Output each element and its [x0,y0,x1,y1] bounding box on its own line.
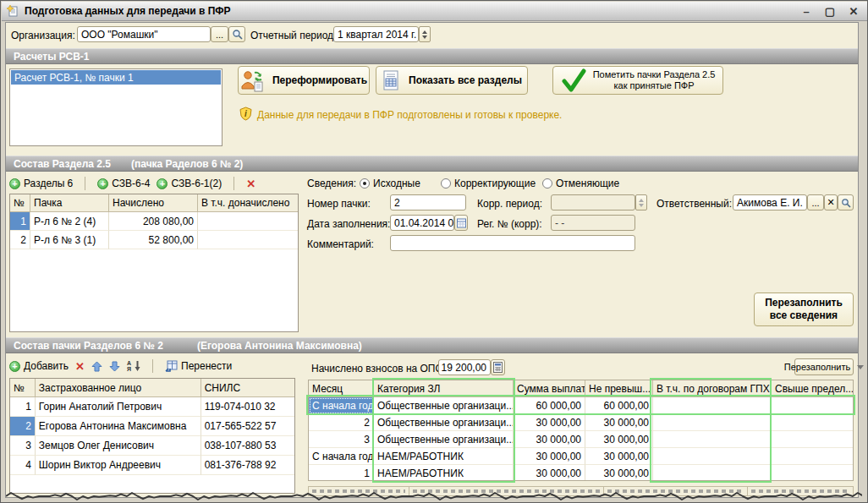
col-header[interactable]: Застрахованное лицо [36,379,201,397]
responsible-more-button[interactable]: ... [807,194,824,210]
person-name-cell[interactable]: Егорова Антонина Максимовна [36,417,201,436]
mark-accepted-button[interactable]: Пометить пачки Раздела 2.5как принятые П… [552,66,723,95]
person-row[interactable]: 4 Шорин Виктор Андреевич 081-376-788 92 [10,456,294,475]
extra-cell[interactable] [198,231,298,249]
refill-all-button[interactable]: Перезаполнитьвсе сведения [754,293,854,326]
radio-otmenyayushchie[interactable] [542,178,552,189]
add-razdely6-button[interactable]: +Разделы 6 [9,178,73,189]
row-number-cell[interactable]: 2 [10,231,30,249]
radio-ishodnye-label[interactable]: Исходные [373,178,420,189]
gph-cell[interactable] [653,431,772,448]
col-header[interactable]: Не превыш... [585,380,653,397]
reform-button[interactable]: Переформировать [238,66,370,95]
col-header[interactable]: В т.ч. по договорам ГПХ [653,380,772,397]
pack-cell[interactable]: Р-л 6 № 2 (4) [30,212,109,231]
gph-cell[interactable] [653,397,772,414]
row-number-cell[interactable]: 2 [10,417,36,436]
limit-cell[interactable]: 30 000,00 [585,448,653,465]
sort-button[interactable]: АЯ [127,360,140,372]
packs-table[interactable]: № Пачка Начислено В т.ч. доначислено 1 Р… [9,194,299,332]
row-number-cell[interactable]: 1 [10,212,30,231]
detail-row[interactable]: 3 Общественные организаци... 30 000,00 3… [309,431,853,448]
table-row[interactable]: 2 Р-л 6 № 3 (1) 52 800,00 [10,231,298,249]
amount-cell[interactable]: 208 080,00 [109,212,198,231]
table-row[interactable]: 1 Р-л 6 № 2 (4) 208 080,00 [10,212,298,231]
category-cell[interactable]: Общественные организаци... [374,431,514,448]
col-header[interactable]: СНИЛС [201,379,294,397]
add-szv61-button[interactable]: +СЗВ-6-1(2) [157,178,222,189]
responsible-field[interactable]: Акимова Е. И. [733,194,807,210]
period-spinner[interactable] [419,26,431,42]
radio-ishodnye[interactable] [360,178,370,189]
responsible-clear-button[interactable]: ✕ [824,194,838,210]
sum-cell[interactable]: 60 000,00 [514,397,585,414]
radio-korr-label[interactable]: Корректирующие [454,178,536,189]
month-cell[interactable]: С начала года [309,397,374,414]
limit-cell[interactable]: 60 000,00 [585,397,653,414]
sum-cell[interactable]: 30 000,00 [514,414,585,431]
korr-period-spinner[interactable] [635,194,647,210]
rsv1-list[interactable]: Расчет РСВ-1, № пачки 1 [9,68,222,146]
comment-field[interactable] [390,235,635,251]
add-szv64-button[interactable]: +СЗВ-6-4 [97,178,150,189]
over-limit-cell[interactable] [772,397,853,414]
person-row[interactable]: 2 Егорова Антонина Максимовна 017-565-52… [10,417,294,436]
pack-cell[interactable]: Р-л 6 № 3 (1) [30,231,109,249]
over-limit-cell[interactable] [772,448,853,465]
col-header[interactable]: Свыше предел... [772,380,853,397]
gph-cell[interactable] [653,414,772,431]
calendar-button[interactable] [454,215,468,231]
col-header[interactable]: № [10,379,36,397]
detail-row[interactable]: С начала года Общественные организаци...… [309,397,853,414]
snils-cell[interactable]: 038-107-880 53 [201,436,294,456]
responsible-search-button[interactable] [838,194,854,210]
detail-row[interactable]: С начала года НАЕМ/РАБОТНИК 30 000,00 30… [309,448,853,465]
delete-person-button[interactable]: ✕ [75,361,85,372]
row-number-cell[interactable]: 1 [10,397,36,417]
limit-cell[interactable]: 30 000,00 [585,414,653,431]
detail-row[interactable]: 1 НАЕМ/РАБОТНИК 30 000,00 30 000,00 [309,465,853,481]
over-limit-cell[interactable] [772,465,853,481]
rsv1-list-item[interactable]: Расчет РСВ-1, № пачки 1 [11,70,221,85]
move-up-button[interactable] [91,361,102,372]
detail-row[interactable]: 2 Общественные организаци... 30 000,00 3… [309,414,853,431]
radio-korrektiruyushchie[interactable] [441,178,451,189]
korr-period-field[interactable] [551,194,635,210]
transfer-button[interactable]: Перенести [165,360,232,372]
sum-cell[interactable]: 30 000,00 [514,448,585,465]
col-header[interactable]: Месяц [309,380,374,397]
limit-cell[interactable]: 30 000,00 [585,465,653,481]
category-cell[interactable]: НАЕМ/РАБОТНИК [374,465,514,481]
month-cell[interactable]: 1 [309,465,374,481]
row-number-cell[interactable]: 4 [10,456,36,475]
category-cell[interactable]: НАЕМ/РАБОТНИК [374,448,514,465]
person-name-cell[interactable]: Горин Анатолий Петрович [36,397,201,417]
limit-cell[interactable]: 30 000,00 [585,431,653,448]
month-cell[interactable]: 3 [309,431,374,448]
minimize-button[interactable]: – [800,5,812,18]
move-down-button[interactable] [109,361,120,372]
gph-cell[interactable] [653,465,772,481]
show-sections-button[interactable]: Показать все разделы [376,66,528,95]
organization-field[interactable]: ООО "Ромашки" [77,26,211,42]
fill-date-field[interactable]: 01.04.2014 0:0 [390,215,454,231]
organization-more-button[interactable]: ... [211,26,228,42]
col-header[interactable]: № [10,194,30,212]
persons-table[interactable]: № Застрахованное лицо СНИЛС 1 Горин Анат… [9,378,295,494]
extra-cell[interactable] [198,212,298,231]
person-name-cell[interactable]: Шорин Виктор Андреевич [36,456,201,475]
col-header[interactable]: Пачка [30,194,109,212]
gph-cell[interactable] [653,448,772,465]
calculator-button[interactable] [491,359,505,375]
reg-number-field[interactable]: - - [551,215,635,231]
col-header[interactable]: Категория ЗЛ [374,380,514,397]
refill-dropdown-button[interactable]: Перезаполнить [794,358,854,375]
snils-cell[interactable]: 017-565-522 57 [201,417,294,436]
person-row[interactable]: 3 Земцов Олег Денисович 038-107-880 53 [10,436,294,456]
radio-otmen-label[interactable]: Отменяющие [556,178,619,189]
period-field[interactable]: 1 квартал 2014 г. [333,26,419,42]
sum-cell[interactable]: 30 000,00 [514,431,585,448]
month-cell[interactable]: 2 [309,414,374,431]
col-header[interactable]: Сумма выплат... [514,380,585,397]
category-cell[interactable]: Общественные организаци... [374,414,514,431]
